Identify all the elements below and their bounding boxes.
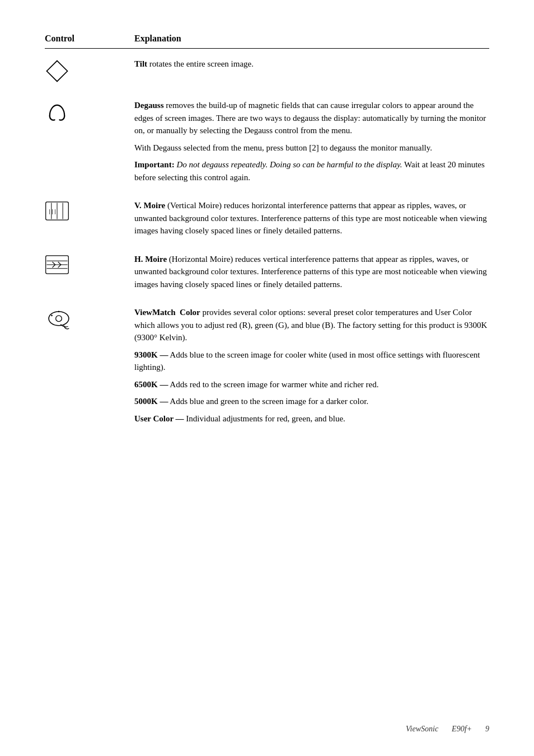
svg-point-11 <box>56 316 62 322</box>
explanation-viewmatch: ViewMatch Color provides several color o… <box>134 306 489 425</box>
hmoire-bold: H. Moire <box>134 255 167 264</box>
control-icon-viewmatch <box>45 306 134 332</box>
table-row: ||| V. Moire (Vertical Moire) reduces ho… <box>45 199 489 237</box>
viewmatch-6500k: 6500K — Adds red to the screen image for… <box>134 378 489 391</box>
user-color-bold: User Color — <box>134 414 184 423</box>
table-row: Tilt rotates the entire screen image. <box>45 58 489 83</box>
9300k-bold: 9300K — <box>134 350 168 359</box>
vmoire-bold: V. Moire <box>134 201 165 210</box>
svg-point-13 <box>51 315 53 317</box>
viewmatch-bold: ViewMatch Color <box>134 308 200 317</box>
svg-point-10 <box>49 312 69 326</box>
viewmatch-user-color: User Color — Individual adjustments for … <box>134 412 489 425</box>
control-icon-tilt <box>45 58 134 83</box>
explanation-column-header: Explanation <box>134 34 181 44</box>
footer-text: ViewSonic E90f+ 9 <box>406 725 489 734</box>
footer: ViewSonic E90f+ 9 <box>0 725 534 734</box>
explanation-tilt: Tilt rotates the entire screen image. <box>134 58 489 71</box>
degauss-important: Important: <box>134 160 175 169</box>
degauss-text-1: Degauss removes the build-up of magnetic… <box>134 99 489 137</box>
5000k-bold: 5000K — <box>134 397 168 406</box>
svg-text:|||: ||| <box>48 209 57 214</box>
degauss-text-2: With Degauss selected from the menu, pre… <box>134 142 489 154</box>
viewmatch-5000k: 5000K — Adds blue and green to the scree… <box>134 395 489 408</box>
page: Control Explanation Tilt rotates the ent… <box>0 0 534 756</box>
footer-page: 9 <box>485 725 489 734</box>
explanation-vmoire: V. Moire (Vertical Moire) reduces horizo… <box>134 199 489 237</box>
hmoire-text: H. Moire (Horizontal Moire) reduces vert… <box>134 253 489 291</box>
table-row: H. Moire (Horizontal Moire) reduces vert… <box>45 253 489 291</box>
degauss-text-3: Important: Do not degauss repeatedly. Do… <box>134 158 489 184</box>
6500k-bold: 6500K — <box>134 380 168 389</box>
tilt-bold: Tilt <box>134 59 147 68</box>
table-row: Degauss removes the build-up of magnetic… <box>45 99 489 184</box>
footer-brand: ViewSonic <box>406 725 438 734</box>
viewmatch-9300k: 9300K — Adds blue to the screen image fo… <box>134 349 489 374</box>
footer-model: E90f+ <box>452 725 472 734</box>
control-icon-degauss <box>45 99 134 125</box>
table-row: ViewMatch Color provides several color o… <box>45 306 489 425</box>
control-icon-hmoire <box>45 253 134 275</box>
degauss-bold: Degauss <box>134 101 164 110</box>
svg-marker-0 <box>47 61 68 82</box>
svg-point-12 <box>58 311 60 312</box>
degauss-italic: Do not degauss repeatedly. Doing so can … <box>176 160 402 169</box>
control-column-header: Control <box>45 34 134 44</box>
explanation-hmoire: H. Moire (Horizontal Moire) reduces vert… <box>134 253 489 291</box>
control-icon-vmoire: ||| <box>45 199 134 222</box>
tilt-text: Tilt rotates the entire screen image. <box>134 58 489 71</box>
vmoire-text: V. Moire (Vertical Moire) reduces horizo… <box>134 199 489 237</box>
explanation-degauss: Degauss removes the build-up of magnetic… <box>134 99 489 184</box>
viewmatch-text-1: ViewMatch Color provides several color o… <box>134 306 489 344</box>
table-header: Control Explanation <box>45 34 489 49</box>
